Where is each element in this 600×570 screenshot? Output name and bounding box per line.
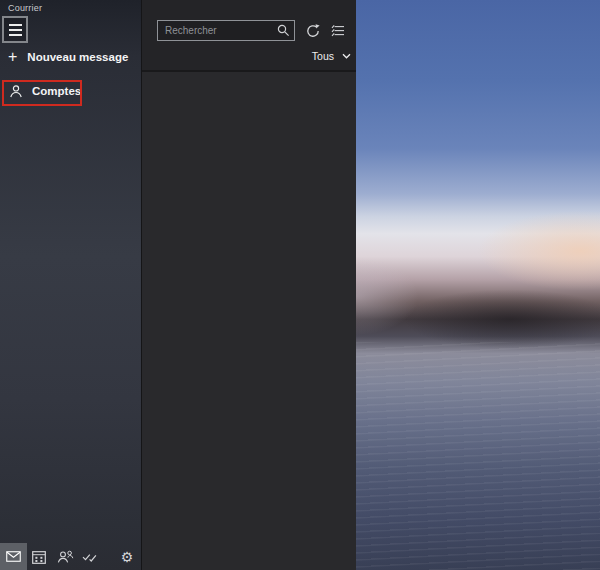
plus-icon: + [8, 50, 17, 63]
person-icon [9, 84, 23, 98]
message-list-empty-area [142, 72, 356, 570]
reading-pane-background-photo [356, 0, 600, 570]
gear-icon: ⚙ [121, 550, 134, 564]
new-message-button[interactable]: + Nouveau message [8, 48, 128, 65]
message-list-pane: Tous [141, 0, 356, 570]
filter-button[interactable] [328, 21, 347, 40]
mail-icon [6, 551, 21, 562]
sidebar: Courrier + Nouveau message Comptes [0, 0, 141, 570]
nav-settings-button[interactable]: ⚙ [117, 543, 137, 570]
accounts-label: Comptes [32, 85, 81, 97]
nav-people-button[interactable] [55, 543, 75, 570]
filter-icon [330, 23, 346, 38]
search-submit-button[interactable] [273, 21, 294, 40]
sync-button[interactable] [303, 21, 322, 40]
new-message-label: Nouveau message [27, 51, 128, 63]
nav-mail-button[interactable] [0, 543, 27, 570]
hamburger-menu-button[interactable] [2, 16, 28, 43]
filter-dropdown[interactable]: Tous [312, 50, 351, 62]
search-box [157, 20, 295, 41]
hamburger-icon [9, 24, 22, 26]
filter-dropdown-label: Tous [312, 50, 334, 62]
nav-calendar-button[interactable] [30, 543, 48, 570]
mail-app-window: Courrier + Nouveau message Comptes [0, 0, 600, 570]
chevron-down-icon [342, 53, 351, 59]
sync-icon [305, 23, 321, 39]
bottom-nav: ⚙ [0, 543, 141, 570]
people-icon [57, 550, 74, 563]
double-check-icon [82, 552, 97, 562]
window-title: Courrier [8, 3, 42, 13]
nav-todo-button[interactable] [80, 543, 98, 570]
search-icon [277, 24, 290, 37]
calendar-icon [32, 550, 46, 564]
accounts-button[interactable]: Comptes [9, 84, 81, 98]
